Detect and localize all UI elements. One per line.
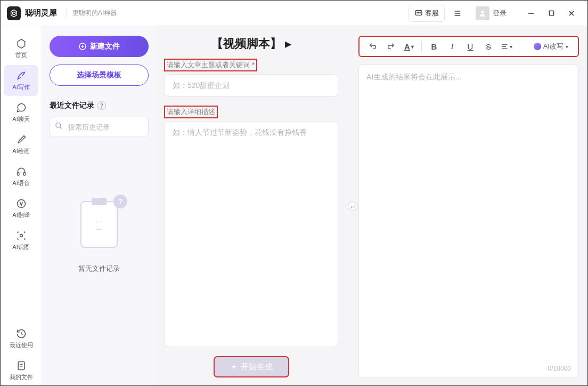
svg-rect-9 (549, 11, 553, 15)
text-color-button[interactable]: A▾ (401, 39, 417, 54)
align-icon (501, 43, 509, 51)
sidebar-item-myfiles[interactable]: 我的文件 (4, 355, 38, 386)
ai-rewrite-button[interactable]: AI改写 ▾ (529, 39, 573, 53)
brush-icon (15, 134, 27, 146)
sidebar-item-home[interactable]: 首页 (4, 33, 38, 64)
empty-clipboard-icon: · ·︶ ? (75, 201, 123, 254)
handle-icon: ⇄ (348, 202, 357, 211)
required-mark: * (252, 61, 255, 69)
topic-label: 请输入文章主题或者关键词 * (165, 59, 257, 71)
sidebar-item-vision[interactable]: AI识图 (4, 225, 38, 256)
redo-button[interactable] (383, 39, 399, 54)
sidebar-label: AI写作 (12, 83, 29, 91)
sidebar: 首页 AI写作 AI聊天 AI绘画 AI语音 AI翻译 AI识图 最 (1, 26, 42, 386)
detail-label: 请输入详细描述 (165, 106, 217, 118)
sidebar-item-voice[interactable]: AI语音 (4, 161, 38, 192)
svg-point-22 (56, 123, 61, 127)
svg-point-3 (420, 12, 420, 13)
right-panel: A▾ B I U S ▾ AI改写 ▾ AI生成的结果将会在此展示... 0/1… (358, 26, 587, 386)
sidebar-label: 我的文件 (10, 373, 33, 381)
output-area[interactable]: AI生成的结果将会在此展示... 0/10000 (358, 65, 579, 378)
align-button[interactable]: ▾ (499, 39, 514, 54)
help-icon[interactable]: ? (97, 101, 106, 110)
login-button[interactable]: 登录 (470, 4, 512, 22)
underline-button[interactable]: U (462, 39, 478, 54)
sidebar-item-translate[interactable]: AI翻译 (4, 193, 38, 224)
text-color-icon: A (404, 42, 410, 51)
chat-icon (414, 9, 423, 18)
sidebar-label: AI绘画 (12, 147, 29, 155)
sidebar-label: 最近使用 (10, 341, 33, 349)
recent-files-header: 最近文件记录 ? (50, 101, 149, 110)
sidebar-label: AI翻译 (12, 211, 29, 219)
logo-icon (7, 6, 21, 20)
translate-icon (15, 198, 27, 210)
char-count: 0/10000 (548, 365, 571, 372)
sparkle-icon (230, 363, 238, 371)
svg-rect-12 (17, 173, 19, 175)
customer-service-button[interactable]: 客服 (409, 5, 445, 22)
undo-icon (369, 42, 377, 51)
empty-state: · ·︶ ? 暂无文件记录 (50, 201, 149, 274)
strikethrough-button[interactable]: S (480, 39, 496, 54)
ai-rewrite-label: AI改写 (543, 42, 564, 51)
sidebar-label: AI识图 (12, 243, 29, 251)
titlebar: 聪明灵犀 更聪明的AI神器 客服 登录 (1, 1, 587, 26)
detail-textarea[interactable] (165, 121, 338, 347)
app-tagline: 更聪明的AI神器 (67, 9, 117, 18)
image-icon (15, 230, 27, 242)
output-placeholder: AI生成的结果将会在此展示... (366, 73, 571, 82)
file-panel: 新建文件 选择场景模板 最近文件记录 ? · ·︶ ? 暂无文件记录 (42, 26, 156, 386)
sidebar-item-chat[interactable]: AI聊天 (4, 97, 38, 128)
sidebar-item-recent[interactable]: 最近使用 (4, 323, 38, 354)
svg-line-23 (60, 127, 61, 128)
italic-button[interactable]: I (444, 39, 460, 54)
new-file-button[interactable]: 新建文件 (50, 36, 149, 57)
feather-icon (15, 70, 27, 82)
customer-service-label: 客服 (425, 9, 439, 18)
recent-files-label: 最近文件记录 (50, 101, 94, 110)
avatar-icon (476, 6, 489, 20)
svg-point-15 (20, 235, 22, 237)
sidebar-label: AI聊天 (12, 115, 29, 123)
minimize-button[interactable] (521, 5, 541, 22)
generate-button[interactable]: 开始生成 (214, 357, 289, 377)
sidebar-item-writing[interactable]: AI写作 (4, 65, 38, 96)
center-panel: 【视频脚本】 ▶ 请输入文章主题或者关键词 * 请输入详细描述 开始生成 (156, 26, 347, 386)
menu-icon (453, 9, 462, 18)
search-icon (55, 122, 63, 132)
resize-handle[interactable]: ⇄ (347, 26, 358, 386)
new-file-label: 新建文件 (90, 42, 120, 51)
redo-icon (387, 42, 395, 51)
app-name: 聪明灵犀 (25, 8, 57, 18)
menu-button[interactable] (449, 5, 466, 22)
generate-label: 开始生成 (241, 362, 273, 372)
maximize-button[interactable] (542, 5, 561, 22)
login-label: 登录 (493, 9, 507, 18)
topic-input[interactable] (165, 74, 338, 96)
title-arrow-icon[interactable]: ▶ (285, 39, 291, 49)
history-icon (15, 328, 27, 340)
close-icon (568, 10, 575, 17)
close-button[interactable] (562, 5, 581, 22)
sidebar-label: AI语音 (12, 179, 29, 187)
svg-point-2 (418, 12, 419, 13)
svg-point-7 (481, 10, 484, 13)
search-input[interactable] (50, 117, 149, 137)
undo-button[interactable] (365, 39, 381, 54)
file-icon (15, 360, 27, 372)
ai-icon (534, 43, 541, 50)
page-title: 【视频脚本】 (211, 36, 282, 52)
svg-point-1 (417, 12, 418, 13)
plus-circle-icon (78, 42, 87, 51)
logo: 聪明灵犀 更聪明的AI神器 (7, 6, 117, 20)
editor-toolbar: A▾ B I U S ▾ AI改写 ▾ (358, 36, 579, 57)
bold-button[interactable]: B (426, 39, 442, 54)
home-icon (15, 38, 27, 50)
select-template-button[interactable]: 选择场景模板 (50, 65, 149, 86)
empty-text: 暂无文件记录 (50, 264, 149, 274)
sidebar-label: 首页 (15, 51, 27, 59)
sidebar-item-draw[interactable]: AI绘画 (4, 129, 38, 160)
svg-rect-16 (18, 362, 24, 370)
maximize-icon (549, 10, 554, 16)
